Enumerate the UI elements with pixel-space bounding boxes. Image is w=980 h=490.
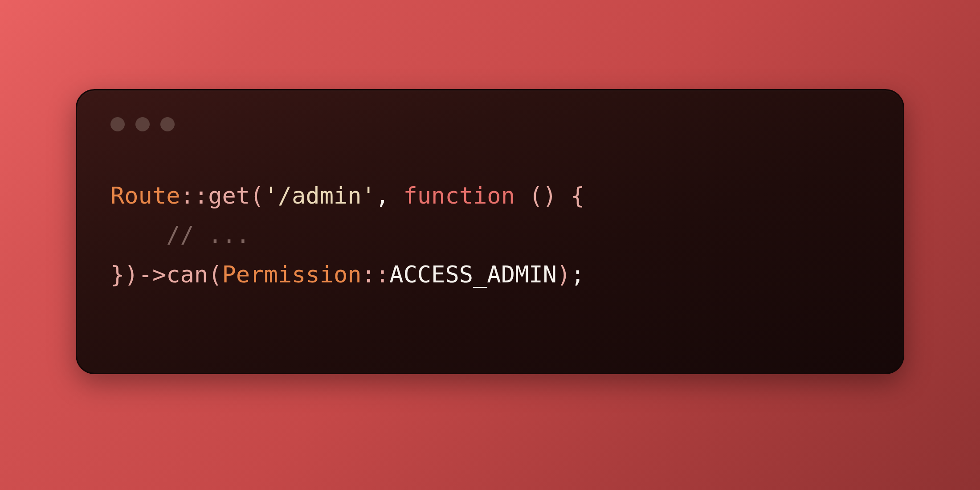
traffic-light-minimize-icon <box>135 117 150 131</box>
code-token-plain <box>557 182 571 209</box>
code-token-paren: ) <box>557 261 571 288</box>
code-token-paren: ) <box>124 261 138 288</box>
code-token-paren: () <box>529 182 557 209</box>
code-token-punc: , <box>376 182 404 209</box>
code-token-class: Route <box>110 182 180 209</box>
code-token-operator: :: <box>362 261 390 288</box>
code-token-paren: ( <box>208 261 222 288</box>
traffic-light-close-icon <box>110 117 125 131</box>
code-token-paren: } <box>110 261 124 288</box>
code-token-class: Permission <box>222 261 361 288</box>
code-window: Route::get('/admin', function () { // ..… <box>76 89 904 374</box>
traffic-light-zoom-icon <box>160 117 175 131</box>
code-token-string: '/admin' <box>264 182 375 209</box>
code-token-method: can <box>166 261 208 288</box>
code-token-constant: ACCESS_ADMIN <box>389 261 557 288</box>
code-token-punc: ; <box>571 261 584 288</box>
code-token-keyword: function <box>403 182 514 209</box>
window-traffic-lights <box>110 117 870 131</box>
code-token-paren: { <box>571 182 584 209</box>
code-token-comment: // ... <box>166 221 250 248</box>
code-token-operator: :: <box>180 182 208 209</box>
code-block: Route::get('/admin', function () { // ..… <box>110 176 870 294</box>
code-token-plain <box>515 182 529 209</box>
code-token-method: get <box>208 182 250 209</box>
code-token-operator: -> <box>139 261 167 288</box>
code-token-paren: ( <box>250 182 264 209</box>
code-indent <box>110 221 166 248</box>
